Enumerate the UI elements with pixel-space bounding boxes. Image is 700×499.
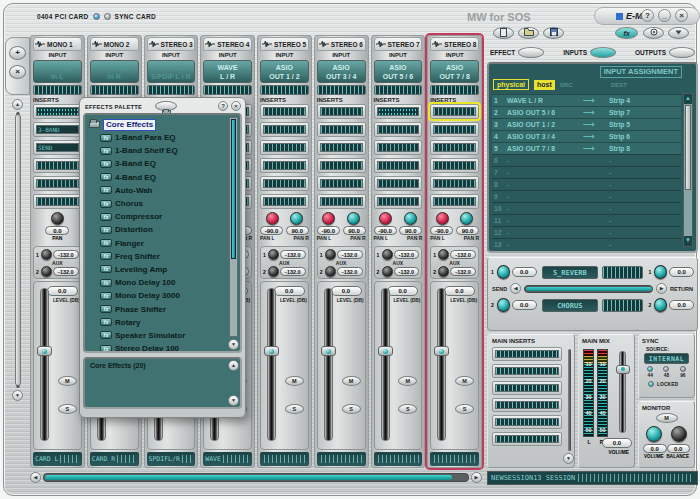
insert-slot[interactable]	[374, 122, 423, 137]
effect-list-item[interactable]: fx Leveling Amp	[89, 263, 227, 276]
main-insert-slot[interactable]	[492, 432, 562, 446]
main-inserts-scroll-down-button[interactable]: ▼	[563, 453, 574, 464]
pan-left-knob[interactable]	[266, 212, 279, 225]
assignment-row[interactable]: 5 ASIO OUT 7 / 8 ⟶ Strip 8	[492, 142, 681, 154]
scribble-display[interactable]: SPDIFL/R	[147, 452, 196, 466]
send1-knob[interactable]	[497, 265, 510, 279]
aux2-knob[interactable]	[382, 266, 393, 277]
mute-button[interactable]: M	[285, 376, 304, 386]
insert-slot[interactable]	[430, 104, 479, 119]
effect-list-item[interactable]: fx Speaker Simulator	[89, 329, 227, 342]
scroll-right-button[interactable]: ▶	[471, 472, 482, 483]
channel-strip[interactable]: STEREO 8 INPUT ASIO OUT 7 / 8 INSERTS -9…	[427, 35, 482, 468]
palette-help-button[interactable]: ?	[218, 101, 228, 111]
mute-button[interactable]: M	[342, 376, 361, 386]
pan-right-knob[interactable]	[290, 212, 303, 225]
tab-outputs[interactable]: OUTPUTS	[635, 47, 695, 58]
insert-slot[interactable]	[317, 122, 366, 137]
dropdown-button[interactable]	[668, 27, 689, 39]
close-button[interactable]: ×	[675, 9, 688, 22]
insert-slot[interactable]	[374, 176, 423, 191]
insert-slot[interactable]	[260, 158, 309, 173]
palette-title-bar[interactable]: EFFECTS PALETTE ? ×	[83, 100, 242, 113]
scribble-display[interactable]	[374, 452, 423, 466]
insert-slot[interactable]	[260, 104, 309, 119]
insert-slot[interactable]	[374, 140, 423, 155]
insert-slot[interactable]: SEND	[33, 140, 82, 155]
palette-scroll-thumb[interactable]	[231, 119, 236, 259]
insert-slot[interactable]	[260, 140, 309, 155]
strip-vertical-scrollbar[interactable]: ▲ ▼	[10, 99, 26, 401]
assignment-row[interactable]: 10 - ⟶ -	[492, 202, 681, 214]
pan-left-knob[interactable]	[379, 212, 392, 225]
assignment-row[interactable]: 3 ASIO OUT 1 / 2 ⟶ Strip 5	[492, 118, 681, 130]
add-strip-button[interactable]: +	[9, 46, 26, 60]
strip-header[interactable]: STEREO 7	[374, 37, 423, 51]
solo-button[interactable]: S	[285, 404, 304, 414]
effects-palette-window[interactable]: EFFECTS PALETTE ? × Core Effects fx 1-Ba…	[79, 97, 246, 418]
tab-effect[interactable]: EFFECT	[490, 47, 544, 58]
strip-header[interactable]: STEREO 4	[203, 37, 252, 51]
aux1-knob[interactable]	[325, 249, 336, 260]
insert-slot[interactable]	[33, 158, 82, 173]
insert-slot[interactable]	[260, 176, 309, 191]
level-fader[interactable]	[267, 288, 276, 441]
scribble-display[interactable]: CARD L	[33, 452, 82, 466]
horizontal-scroll-thumb[interactable]	[45, 475, 452, 480]
scribble-display[interactable]	[317, 452, 366, 466]
return2-knob[interactable]	[654, 298, 667, 312]
insert-slot[interactable]	[430, 158, 479, 173]
assignment-row[interactable]: 13 - ⟶ -	[492, 238, 681, 248]
send2-knob[interactable]	[497, 298, 510, 312]
effect-list-item[interactable]: fx 4-Band EQ	[89, 171, 227, 184]
channel-strip[interactable]: STEREO 7 INPUT ASIO OUT 5 / 6 INSERTS -9…	[371, 35, 426, 468]
assignment-row[interactable]: 8 - ⟶ -	[492, 178, 681, 190]
mute-button[interactable]: M	[398, 376, 417, 386]
insert-slot[interactable]: 3-BAND	[33, 122, 82, 137]
input-display[interactable]: WAVE L / R	[203, 60, 252, 83]
scribble-display[interactable]: CARD R	[90, 452, 139, 466]
rate-48[interactable]: 48	[663, 366, 669, 378]
palette-folder-button[interactable]	[155, 101, 177, 111]
effect-list-item[interactable]: fx Distortion	[89, 223, 227, 236]
insert-slot[interactable]	[33, 194, 82, 209]
scribble-display[interactable]	[260, 452, 309, 466]
main-insert-slot[interactable]	[492, 398, 562, 412]
scroll-up-button[interactable]: ▲	[12, 99, 23, 110]
strip-horizontal-scrollbar[interactable]: ◀ ▶	[30, 471, 482, 484]
input-display[interactable]: ASIO OUT 7 / 8	[430, 60, 479, 83]
effect-list-item[interactable]: fx Rotary	[89, 316, 227, 329]
vertical-scroll-thumb[interactable]	[15, 114, 21, 386]
insert-slot[interactable]	[430, 140, 479, 155]
effect-list-item[interactable]: fx Flanger	[89, 237, 227, 250]
tab-effect-indicator[interactable]	[518, 47, 544, 58]
pan-right-knob[interactable]	[460, 212, 473, 225]
palette-close-button[interactable]: ×	[231, 101, 241, 111]
input-display[interactable]: PCI Card In L	[33, 60, 82, 83]
main-insert-slot[interactable]	[492, 415, 562, 429]
strip-header[interactable]: STEREO 6	[317, 37, 366, 51]
horizontal-scroll-track[interactable]	[43, 473, 469, 482]
input-display[interactable]: ASIO OUT 5 / 6	[374, 60, 423, 83]
level-fader[interactable]	[40, 288, 49, 441]
channel-strip[interactable]: MONO 1 INPUT PCI Card In L INSERTS 3-BAN…	[30, 35, 85, 468]
minimize-button[interactable]: _	[658, 9, 671, 22]
assignment-row[interactable]: 7 - ⟶ -	[492, 166, 681, 178]
level-fader[interactable]	[381, 288, 390, 441]
scroll-down-button[interactable]: ▼	[12, 390, 23, 401]
effect-list-item[interactable]: fx Phase Shifter	[89, 302, 227, 315]
insert-slot[interactable]	[317, 158, 366, 173]
insert-slot[interactable]	[33, 176, 82, 191]
tab-outputs-indicator[interactable]	[669, 47, 695, 58]
tab-host[interactable]: host	[534, 80, 555, 90]
main-volume-fader[interactable]	[619, 351, 626, 433]
aux-scroll-track[interactable]	[524, 285, 653, 293]
aux1-bus-display[interactable]: S_REVERB	[542, 266, 598, 279]
mute-button[interactable]: M	[455, 376, 474, 386]
pan-right-knob[interactable]	[404, 212, 417, 225]
assignment-scrollbar[interactable]: ▲ ▼	[683, 93, 693, 247]
fader-handle[interactable]	[434, 346, 449, 356]
strip-header[interactable]: STEREO 3	[147, 37, 196, 51]
aux1-knob[interactable]	[382, 249, 393, 260]
scribble-display[interactable]	[430, 452, 479, 466]
